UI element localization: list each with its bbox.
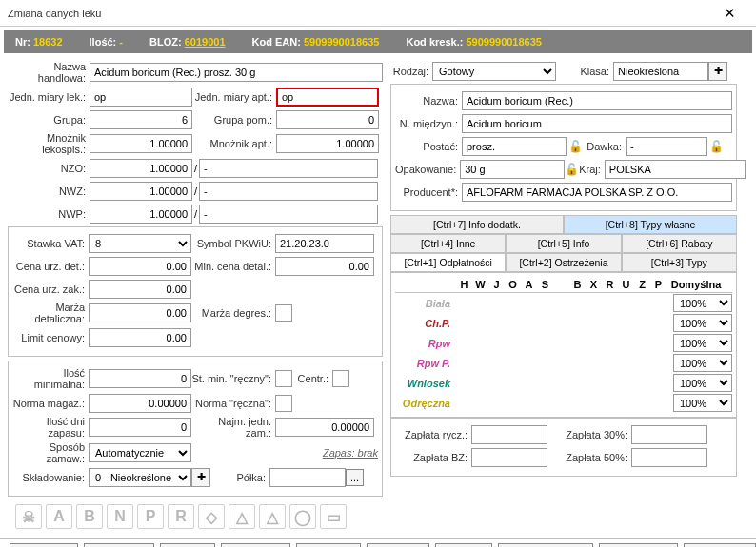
tab-ctrl4[interactable]: [Ctrl+4] Inne: [390, 234, 506, 253]
f3-name-button[interactable]: [F3] Nazwa: [84, 543, 154, 547]
postac-input[interactable]: [462, 137, 567, 156]
klasa-plus-button[interactable]: ✚: [708, 62, 727, 81]
polka-label: Półka:: [210, 472, 269, 483]
polka-more-button[interactable]: ...: [346, 469, 364, 486]
zap-rycz-input[interactable]: [471, 425, 547, 444]
table-row: Ch.P.100%: [395, 313, 732, 333]
nzo2-input[interactable]: [199, 159, 378, 178]
norma-recz-label: Norma "ręczna":: [191, 398, 275, 409]
default-select[interactable]: 100%: [673, 314, 732, 332]
nzo-input[interactable]: [90, 159, 192, 178]
default-select[interactable]: 100%: [673, 354, 732, 372]
producent-input[interactable]: [462, 183, 732, 202]
zap-rycz-label: Zapłata rycz.:: [395, 429, 471, 440]
grupa-pom-input[interactable]: [276, 110, 379, 129]
esc-cancel-button[interactable]: [Esc] Anuluj: [684, 543, 755, 547]
ilosc-label: Ilość:: [90, 36, 117, 48]
default-select[interactable]: 100%: [673, 294, 732, 312]
sklad-plus-button[interactable]: ✚: [191, 468, 210, 487]
marza-det-input[interactable]: [89, 303, 191, 322]
nwz-input[interactable]: [90, 182, 192, 201]
n-miedzyn-input[interactable]: [462, 114, 732, 133]
ilosc-min-input[interactable]: [89, 369, 191, 388]
tab-ctrl5[interactable]: [Ctrl+5] Info: [506, 234, 621, 253]
jedn-apt-input[interactable]: [276, 88, 379, 107]
tab-ctrl3[interactable]: [Ctrl+3] Typy: [622, 253, 737, 272]
kresk-value: 5909990018635: [466, 36, 542, 48]
f11-indic-button[interactable]: [F11] Wskazania: [498, 543, 593, 547]
rodzaj-select[interactable]: Gotowy: [432, 62, 556, 81]
jedn-lek-input[interactable]: [90, 88, 192, 107]
nwp2-input[interactable]: [199, 205, 378, 224]
centr-chk[interactable]: [332, 370, 349, 387]
zap-30-label: Zapłata 30%:: [547, 429, 631, 440]
close-icon[interactable]: ✕: [710, 0, 748, 27]
kraj-input[interactable]: [605, 160, 746, 179]
f5-mask-button[interactable]: [F5] Maska: [221, 543, 289, 547]
centr-label: Centr.:: [292, 373, 332, 384]
lock-icon[interactable]: 🔓: [567, 138, 584, 155]
warning-icon: △: [229, 504, 255, 529]
default-select[interactable]: 100%: [673, 394, 732, 412]
table-row: Wniosek100%: [395, 373, 732, 393]
symbol-pkwiu-input[interactable]: [275, 234, 374, 253]
ilosc-min-label: Ilość minimalna:: [12, 367, 89, 390]
st-min-recz-chk[interactable]: [275, 370, 292, 387]
mnoznik-apt-input[interactable]: [276, 134, 379, 153]
zapas-link[interactable]: Zapas: brak: [323, 447, 378, 459]
grupa-input[interactable]: [90, 110, 192, 129]
norma-mag-input[interactable]: [89, 394, 191, 413]
najm-jedn-input[interactable]: [275, 418, 374, 437]
marza-degr-checkbox[interactable]: [275, 304, 292, 322]
f2-save-button[interactable]: [F2] Zapisz: [10, 543, 78, 547]
nzo-label: NZO:: [8, 163, 90, 174]
norma-recz-chk[interactable]: [275, 395, 292, 412]
sposob-zam-label: Sposób zamaw.:: [12, 441, 89, 464]
header-bar: Nr: 18632 Ilość: - BLOZ: 6019001 Kod EAN…: [4, 30, 752, 53]
bloz-value[interactable]: 6019001: [185, 36, 226, 48]
sklad-select[interactable]: 0 - Nieokreślone: [89, 468, 191, 487]
grupa-label: Grupa:: [8, 114, 90, 126]
stawka-vat-select[interactable]: 8: [89, 234, 191, 253]
nwp-input[interactable]: [90, 205, 192, 224]
zap-30-input[interactable]: [631, 425, 707, 444]
najm-jedn-label: Najm. jedn. zam.:: [191, 416, 275, 439]
default-select[interactable]: 100%: [673, 334, 732, 352]
ean-label: Kod EAN:: [252, 36, 301, 48]
nazwa-input[interactable]: [462, 91, 732, 110]
default-select[interactable]: 100%: [673, 374, 732, 392]
tab-ctrl2[interactable]: [Ctrl+2] Ostrzeżenia: [506, 253, 621, 272]
cena-zak-input[interactable]: [89, 280, 191, 299]
klasa-input[interactable]: [613, 62, 708, 81]
ilosc-dni-input[interactable]: [89, 418, 191, 437]
limit-cen-input[interactable]: [89, 328, 191, 347]
f6-kod-button[interactable]: [F6] Kod ▾: [296, 543, 362, 547]
skull-icon: ☠: [15, 504, 42, 529]
zap-bz-input[interactable]: [471, 448, 547, 467]
letter-p-icon: P: [137, 504, 164, 529]
letter-b-icon: B: [76, 504, 103, 529]
nazwa-hand-input[interactable]: [90, 63, 383, 82]
f9-atc-button[interactable]: [F9] ATC: [435, 543, 493, 547]
cena-det-input[interactable]: [89, 257, 191, 276]
f12-history-button[interactable]: [F12] Historia: [599, 543, 678, 547]
tab-ctrl1[interactable]: [Ctrl+1] Odpłatności: [390, 253, 506, 272]
nwz2-input[interactable]: [199, 182, 378, 201]
min-cena-detal-label: Min. cena detal.:: [191, 261, 275, 272]
opak-input[interactable]: [460, 160, 565, 179]
lock-icon-3[interactable]: 🔓: [565, 161, 579, 178]
min-cena-detal-input[interactable]: [275, 257, 374, 276]
lock-icon-2[interactable]: 🔓: [707, 138, 725, 155]
mnoznik-leko-input[interactable]: [90, 134, 192, 153]
f7-zero-button[interactable]: [F7] Zeruj: [367, 543, 428, 547]
status-icons: ☠ A B N P R ◇ △ △ ◯ ▭: [8, 500, 383, 533]
tab-ctrl6[interactable]: [Ctrl+6] Rabaty: [622, 234, 737, 253]
dawka-label: Dawka:: [584, 141, 626, 152]
zap-50-input[interactable]: [631, 448, 707, 467]
f4-info-button[interactable]: [F4] Info: [160, 543, 215, 547]
sposob-zam-select[interactable]: Automatycznie: [89, 443, 191, 462]
tab-ctrl8[interactable]: [Ctrl+8] Typy własne: [564, 215, 737, 234]
tab-ctrl7[interactable]: [Ctrl+7] Info dodatk.: [390, 215, 564, 234]
polka-input[interactable]: [269, 468, 346, 487]
dawka-input[interactable]: [626, 137, 707, 156]
